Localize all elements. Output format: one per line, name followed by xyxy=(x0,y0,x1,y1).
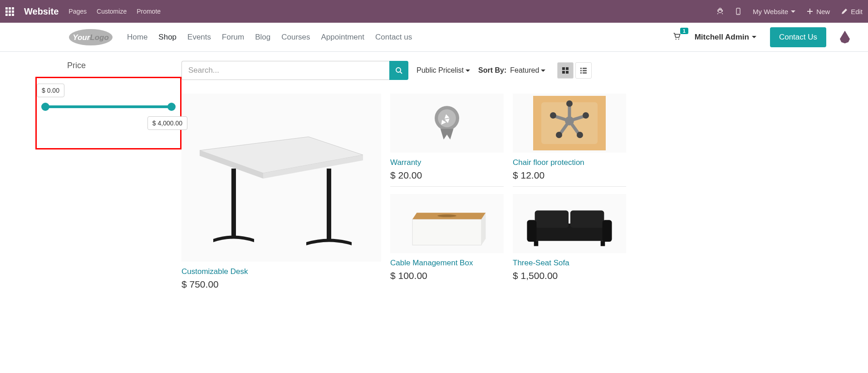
nav-shop[interactable]: Shop xyxy=(158,33,177,42)
user-menu[interactable]: Mitchell Admin xyxy=(695,33,756,42)
highlight-annotation: $ 0.00 $ 4,000.00 xyxy=(35,77,181,149)
svg-rect-17 xyxy=(231,169,236,237)
product-name: Warranty xyxy=(390,158,504,167)
drop-icon[interactable] xyxy=(840,31,850,44)
price-max-handle[interactable] xyxy=(167,103,176,111)
product-image xyxy=(390,194,504,253)
product-card[interactable]: Chair floor protection $ 12.00 xyxy=(513,94,626,187)
product-card[interactable]: Three-Seat Sofa $ 1,500.00 xyxy=(513,194,626,281)
product-price: $ 1,500.00 xyxy=(513,270,626,281)
apps-icon[interactable] xyxy=(5,7,14,16)
grid-icon xyxy=(562,67,569,74)
svg-point-35 xyxy=(550,112,556,119)
product-name: Cable Management Box xyxy=(390,259,504,268)
svg-text:YourLogo: YourLogo xyxy=(73,33,109,42)
svg-rect-11 xyxy=(580,68,582,69)
svg-rect-21 xyxy=(412,219,481,245)
contact-us-button[interactable]: Contact Us xyxy=(770,27,826,47)
top-menu-bar: Website Pages Customize Promote My Websi… xyxy=(0,0,868,23)
product-name: Customizable Desk xyxy=(181,267,381,276)
filters-sidebar: Price $ 0.00 $ 4,000.00 xyxy=(18,61,172,290)
svg-point-32 xyxy=(583,112,589,119)
menu-pages[interactable]: Pages xyxy=(69,8,87,15)
svg-rect-37 xyxy=(535,210,569,228)
svg-point-34 xyxy=(556,132,562,138)
product-price: $ 750.00 xyxy=(181,279,381,290)
svg-point-5 xyxy=(678,38,679,39)
shop-controls: Public Pricelist Sort By: Featured xyxy=(181,61,850,80)
sort-dropdown[interactable]: Featured xyxy=(510,66,545,75)
divider xyxy=(390,186,504,187)
svg-point-6 xyxy=(396,68,401,72)
svg-rect-40 xyxy=(603,220,612,242)
nav-contact[interactable]: Contact us xyxy=(375,33,412,42)
pencil-icon xyxy=(841,8,848,15)
list-view-button[interactable] xyxy=(575,62,592,79)
svg-rect-16 xyxy=(583,72,587,74)
svg-rect-14 xyxy=(583,70,587,71)
product-price: $ 20.00 xyxy=(390,170,504,181)
svg-rect-15 xyxy=(580,72,582,74)
pricelist-label: Public Pricelist xyxy=(417,66,464,75)
svg-rect-8 xyxy=(566,67,569,70)
cart-icon xyxy=(673,32,681,40)
chevron-down-icon xyxy=(466,70,470,72)
nav-courses[interactable]: Courses xyxy=(281,33,310,42)
pricelist-dropdown[interactable]: Public Pricelist xyxy=(417,66,470,75)
svg-point-1 xyxy=(738,13,739,14)
nav-blog[interactable]: Blog xyxy=(255,33,270,42)
svg-rect-12 xyxy=(583,68,587,69)
new-button[interactable]: New xyxy=(806,8,830,15)
product-name: Chair floor protection xyxy=(513,158,626,167)
product-price: $ 12.00 xyxy=(513,170,626,181)
product-name: Three-Seat Sofa xyxy=(513,259,626,268)
svg-rect-38 xyxy=(570,210,604,228)
edit-label: Edit xyxy=(851,8,863,15)
slider-track xyxy=(44,105,173,108)
sort-by-label: Sort By: xyxy=(478,66,506,75)
svg-point-4 xyxy=(675,38,676,39)
product-image xyxy=(390,94,504,153)
chevron-down-icon xyxy=(791,10,795,13)
nav-events[interactable]: Events xyxy=(187,33,211,42)
mobile-icon[interactable] xyxy=(735,8,742,15)
product-card[interactable]: Customizable Desk $ 750.00 xyxy=(181,94,381,290)
site-logo[interactable]: YourLogo xyxy=(68,28,113,47)
search-icon xyxy=(395,67,402,74)
search-button[interactable] xyxy=(389,61,408,80)
price-max-tooltip: $ 4,000.00 xyxy=(147,116,187,130)
nav-appointment[interactable]: Appointment xyxy=(321,33,364,42)
svg-point-22 xyxy=(437,214,456,217)
app-title[interactable]: Website xyxy=(24,6,59,17)
product-card[interactable]: Cable Management Box $ 100.00 xyxy=(390,194,504,281)
product-card[interactable]: Warranty $ 20.00 xyxy=(390,94,504,187)
search-input[interactable] xyxy=(181,61,389,80)
edit-button[interactable]: Edit xyxy=(841,8,863,15)
svg-point-33 xyxy=(577,132,583,138)
price-slider[interactable]: $ 0.00 $ 4,000.00 xyxy=(41,105,176,108)
svg-rect-9 xyxy=(562,71,565,74)
price-min-handle[interactable] xyxy=(41,103,49,111)
menu-customize[interactable]: Customize xyxy=(97,8,127,15)
plus-icon xyxy=(806,8,814,15)
grid-view-button[interactable] xyxy=(557,62,574,79)
svg-rect-10 xyxy=(566,71,569,74)
my-website-dropdown[interactable]: My Website xyxy=(753,8,795,15)
svg-rect-41 xyxy=(534,241,539,246)
new-label: New xyxy=(816,8,830,15)
product-image xyxy=(513,194,626,253)
nav-forum[interactable]: Forum xyxy=(222,33,244,42)
svg-rect-7 xyxy=(562,67,565,70)
sort-value: Featured xyxy=(510,66,539,75)
divider xyxy=(513,186,626,187)
nav-home[interactable]: Home xyxy=(127,33,147,42)
cart-button[interactable]: 1 xyxy=(673,32,681,42)
svg-rect-13 xyxy=(580,70,582,71)
list-icon xyxy=(580,67,587,74)
user-name: Mitchell Admin xyxy=(695,33,749,42)
svg-rect-42 xyxy=(601,241,605,246)
my-website-label: My Website xyxy=(753,8,788,15)
svg-point-20 xyxy=(438,109,456,127)
menu-promote[interactable]: Promote xyxy=(137,8,161,15)
bug-icon[interactable] xyxy=(716,8,724,15)
